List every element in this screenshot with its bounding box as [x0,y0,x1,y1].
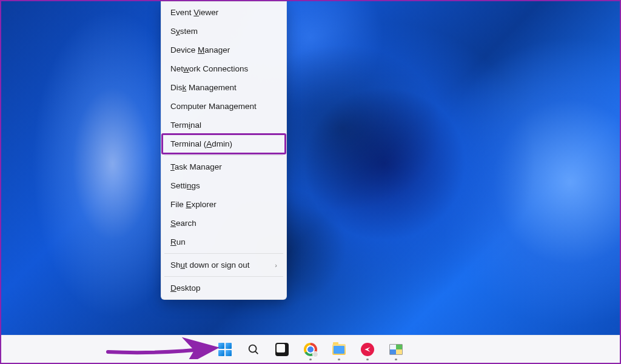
search-icon [247,343,260,356]
task-view-button[interactable] [269,338,295,361]
control-panel-icon [389,344,403,355]
ctx-run[interactable]: Run [163,233,284,251]
ctx-disk-management[interactable]: Disk Management [163,78,284,97]
taskbar-recorder[interactable] [355,338,380,361]
ctx-file-explorer[interactable]: File Explorer [163,195,284,214]
svg-line-1 [255,351,258,354]
ctx-system[interactable]: System [163,22,284,41]
ctx-settings[interactable]: Settings [163,176,284,195]
recorder-icon [361,343,374,356]
ctx-separator [164,276,283,277]
ctx-separator [164,253,283,254]
ctx-terminal[interactable]: Terminal [163,116,284,134]
taskbar-search-button[interactable] [241,338,266,361]
winx-context-menu: Event Viewer System Device Manager Netwo… [161,1,287,300]
task-view-icon [275,343,289,356]
desktop-wallpaper [1,1,620,363]
ctx-shut-down[interactable]: Shut down or sign out› [163,256,284,274]
taskbar-control-panel[interactable] [383,338,409,361]
ctx-task-manager[interactable]: Task Manager [163,157,284,176]
svg-point-0 [249,345,257,352]
ctx-separator [164,155,283,156]
ctx-network-connections[interactable]: Network Connections [163,59,284,78]
ctx-event-viewer[interactable]: Event Viewer [163,3,284,22]
ctx-search[interactable]: Search [163,214,284,233]
taskbar [1,335,620,363]
ctx-desktop[interactable]: Desktop [163,279,284,297]
start-button[interactable] [212,338,238,361]
ctx-terminal-admin[interactable]: Terminal (Admin) [163,134,284,153]
taskbar-file-explorer[interactable] [326,338,352,361]
chevron-right-icon: › [275,262,277,269]
windows-start-icon [218,343,232,356]
ctx-device-manager[interactable]: Device Manager [163,41,284,59]
taskbar-chrome[interactable] [298,338,323,361]
ctx-computer-management[interactable]: Computer Management [163,97,284,116]
folder-icon [332,344,346,355]
chrome-icon [304,343,317,356]
